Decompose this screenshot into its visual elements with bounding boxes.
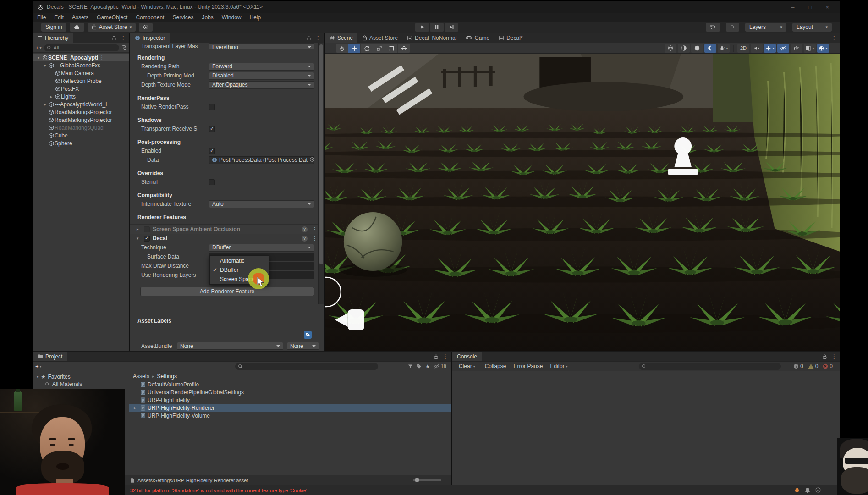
menu-file[interactable]: File bbox=[33, 14, 50, 21]
tab-hierarchy[interactable]: Hierarchy bbox=[33, 33, 73, 43]
cache-ok-icon[interactable] bbox=[815, 487, 821, 493]
hierarchy-item[interactable]: ▸Lights bbox=[33, 93, 129, 100]
tab-asset-store[interactable]: Asset Store bbox=[357, 33, 402, 43]
hierarchy-item[interactable]: ▾SCENE_Apocalypti⋮ bbox=[33, 54, 129, 61]
kebab-menu-icon[interactable]: ⋮ bbox=[315, 35, 321, 41]
layers-dropdown[interactable]: Layers▾ bbox=[745, 23, 786, 32]
kebab-menu-icon[interactable]: ⋮ bbox=[443, 353, 448, 360]
play-button[interactable] bbox=[415, 23, 429, 32]
native-renderpass-checkbox[interactable] bbox=[209, 104, 215, 110]
thumbnail-size-slider[interactable] bbox=[413, 479, 441, 481]
notification-bell-icon[interactable] bbox=[805, 487, 810, 493]
scene-camera-button[interactable] bbox=[791, 44, 802, 53]
depth-priming-mod-dropdown[interactable]: Disabled bbox=[209, 72, 314, 80]
object-picker-icon[interactable] bbox=[309, 157, 314, 164]
hidden-objects-button[interactable] bbox=[777, 44, 789, 53]
tab-project[interactable]: Project bbox=[33, 352, 67, 361]
favorites-foldout[interactable]: ▾ ★ Favorites bbox=[33, 373, 129, 380]
transparent-layer-mas-dropdown[interactable]: Everything bbox=[209, 43, 314, 49]
menu-help[interactable]: Help bbox=[246, 14, 265, 21]
kebab-menu-icon[interactable]: ⋮ bbox=[312, 235, 318, 242]
console-search-input[interactable] bbox=[639, 363, 781, 370]
shading-half-button[interactable] bbox=[678, 44, 690, 53]
close-button[interactable]: × bbox=[825, 4, 829, 11]
activity-flame-icon[interactable] bbox=[794, 487, 800, 493]
asset-store-button[interactable]: Asset Store▾ bbox=[88, 23, 136, 32]
expand-arrow-icon[interactable]: ▸ bbox=[42, 102, 48, 107]
favorite-search-icon[interactable]: ★ bbox=[425, 363, 430, 369]
error-pause-button[interactable]: Error Pause bbox=[511, 363, 545, 370]
inspector-scrollbar[interactable] bbox=[318, 43, 324, 304]
tab-console[interactable]: Console bbox=[452, 352, 482, 361]
foldout-arrow-icon[interactable]: ▸ bbox=[137, 227, 141, 231]
transform-tool-button[interactable] bbox=[398, 44, 410, 53]
kebab-menu-icon[interactable]: ⋮ bbox=[121, 35, 126, 41]
file-row[interactable]: URP-HighFidelity-Volume bbox=[129, 412, 451, 419]
undo-history-button[interactable] bbox=[706, 23, 720, 32]
hidden-packages-count[interactable]: 18 bbox=[434, 363, 446, 369]
info-count-toggle[interactable]: 0 bbox=[793, 363, 803, 369]
hierarchy-item[interactable]: Sphere bbox=[33, 139, 129, 147]
data-object-field[interactable]: PostProcessData (Post Process Dat bbox=[209, 156, 314, 164]
unity-hub-button[interactable] bbox=[139, 23, 153, 32]
help-icon[interactable]: ? bbox=[302, 236, 308, 242]
layout-dropdown[interactable]: Layout▾ bbox=[792, 23, 832, 32]
audio-toggle-button[interactable] bbox=[751, 44, 763, 53]
minimize-button[interactable]: – bbox=[791, 4, 794, 11]
error-count-toggle[interactable]: 0 bbox=[823, 363, 833, 369]
stencil-checkbox[interactable] bbox=[209, 179, 215, 185]
grid-settings-button[interactable]: ▾ bbox=[804, 44, 816, 53]
lock-icon[interactable] bbox=[434, 354, 439, 359]
feature-decal-row[interactable]: ▾ Decal ? ⋮ bbox=[130, 234, 324, 243]
scene-viewport[interactable] bbox=[325, 54, 840, 351]
console-log-area[interactable] bbox=[452, 371, 840, 485]
ssao-enabled-checkbox[interactable] bbox=[144, 226, 150, 232]
depth-texture-mode-dropdown[interactable]: After Opaques bbox=[209, 81, 314, 89]
hierarchy-item[interactable]: RoadMarkingsQuad bbox=[33, 124, 129, 132]
hierarchy-search-input[interactable]: All bbox=[44, 44, 119, 51]
rendering-path-dropdown[interactable]: Forward bbox=[209, 63, 314, 71]
step-button[interactable] bbox=[445, 23, 458, 32]
file-row[interactable]: ▸URP-HighFidelity-Renderer bbox=[129, 404, 451, 412]
collapse-button[interactable]: Collapse bbox=[482, 363, 509, 370]
foldout-arrow-icon[interactable]: ▾ bbox=[137, 236, 141, 241]
menu-assets[interactable]: Assets bbox=[68, 14, 93, 21]
help-icon[interactable]: ? bbox=[302, 226, 308, 232]
hierarchy-item[interactable]: ▾---GlobalSceneFxs--- bbox=[33, 61, 129, 69]
lock-icon[interactable] bbox=[306, 35, 311, 41]
tab-scene[interactable]: Scene bbox=[325, 33, 357, 43]
rotate-tool-button[interactable] bbox=[361, 44, 373, 53]
move-tool-button[interactable] bbox=[348, 44, 361, 53]
hierarchy-item[interactable]: ▸---ApocalypticWorld_I bbox=[33, 100, 129, 108]
add-gameobject-button[interactable]: +▾ bbox=[35, 44, 42, 51]
toggle-2d-button[interactable]: 2D bbox=[737, 44, 749, 53]
intermediate-texture-dropdown[interactable]: Auto bbox=[209, 200, 314, 208]
editor-dropdown[interactable]: Editor▾ bbox=[547, 363, 570, 370]
kebab-menu-icon[interactable]: ⋮ bbox=[99, 55, 104, 61]
kebab-menu-icon[interactable]: ⋮ bbox=[312, 226, 318, 232]
breadcrumb-assets[interactable]: Assets bbox=[133, 373, 149, 380]
search-button[interactable] bbox=[726, 23, 739, 32]
scale-tool-button[interactable] bbox=[373, 44, 385, 53]
menu-edit[interactable]: Edit bbox=[50, 14, 68, 21]
hand-tool-button[interactable] bbox=[336, 44, 348, 53]
menu-window[interactable]: Window bbox=[218, 14, 246, 21]
favorite-item[interactable]: All Materials bbox=[33, 380, 129, 388]
menu-jobs[interactable]: Jobs bbox=[198, 14, 217, 21]
kebab-menu-icon[interactable]: ⋮ bbox=[831, 353, 837, 360]
cloud-button[interactable] bbox=[70, 23, 84, 32]
menu-services[interactable]: Services bbox=[168, 14, 198, 21]
gizmos-toggle-button[interactable]: ▾ bbox=[817, 44, 829, 53]
file-row[interactable]: URP-HighFidelity bbox=[129, 396, 451, 404]
sign-in-button[interactable]: Sign in bbox=[41, 23, 66, 32]
create-asset-button[interactable]: +▾ bbox=[35, 363, 42, 370]
tab-decal-nonormal[interactable]: Decal_NoNormal bbox=[402, 33, 461, 43]
assetbundle-dropdown[interactable]: None bbox=[177, 342, 283, 350]
menu-gameobject[interactable]: GameObject bbox=[93, 14, 132, 21]
expand-arrow-icon[interactable]: ▸ bbox=[49, 94, 54, 99]
file-row[interactable]: UniversalRenderPipelineGlobalSettings bbox=[129, 388, 451, 396]
expand-arrow-icon[interactable]: ▾ bbox=[42, 63, 48, 68]
rect-tool-button[interactable] bbox=[385, 44, 398, 53]
technique-dropdown[interactable]: DBuffer bbox=[209, 244, 314, 252]
project-search-input[interactable] bbox=[235, 363, 378, 370]
